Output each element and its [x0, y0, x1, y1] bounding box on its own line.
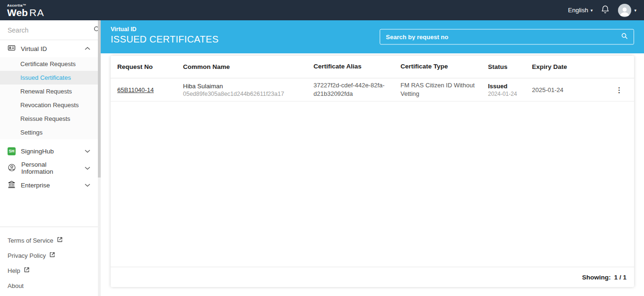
status-badge: Issued	[488, 83, 528, 90]
sidebar-item-reissue-requests[interactable]: Reissue Requests	[0, 112, 98, 126]
top-header: Ascertia™ WebRA English ▾ ▾	[0, 0, 644, 20]
terms-of-service-link[interactable]: Terms of Service	[0, 233, 98, 248]
chevron-up-icon	[85, 47, 90, 51]
col-header-certificate-alias: Certificate Alias	[313, 62, 400, 71]
sidebar-item-virtual-id[interactable]: Virtual ID	[0, 40, 98, 57]
brand-ascertia: Ascertia™	[7, 4, 44, 8]
signinghub-icon: SH	[8, 147, 16, 155]
sidebar-item-issued-certificates[interactable]: Issued Certificates	[0, 71, 98, 85]
sidebar-item-label: Enterprise	[21, 182, 50, 189]
notifications-button[interactable]	[600, 5, 610, 16]
help-link[interactable]: Help	[0, 263, 98, 278]
sidebar-scrollbar[interactable]	[98, 20, 101, 296]
col-header-expiry-date: Expiry Date	[532, 63, 603, 70]
status-date: 2024-01-24	[488, 91, 528, 97]
certificate-type: FM RAS Citizen ID Without Vetting	[400, 81, 488, 98]
request-search	[380, 29, 634, 45]
link-label: About	[8, 282, 24, 289]
row-actions-kebab-icon[interactable]: ⋮	[616, 86, 623, 93]
header-actions: English ▾ ▾	[568, 4, 636, 17]
external-link-icon	[57, 237, 63, 244]
sidebar-item-personal-information[interactable]: Personal Information	[0, 160, 98, 177]
bank-icon	[8, 180, 16, 190]
common-name: Hiba Sulaiman	[183, 83, 308, 90]
sidebar-item-label: Personal Information	[21, 161, 79, 175]
col-header-certificate-type: Certificate Type	[400, 62, 488, 71]
table-header: Request No Common Name Certificate Alias…	[111, 56, 634, 78]
sidebar-item-renewal-requests[interactable]: Renewal Requests	[0, 85, 98, 98]
certificate-alias: 37227f2d-cdef-442e-82fa-d21b32092fda	[313, 81, 400, 98]
avatar	[618, 4, 631, 17]
page-banner: Virtual ID ISSUED CERTIFICATES	[101, 20, 644, 53]
link-label: Terms of Service	[8, 237, 53, 244]
content-area: Request No Common Name Certificate Alias…	[101, 53, 644, 287]
sidebar-item-label: SigningHub	[21, 148, 54, 155]
bell-icon	[600, 5, 610, 16]
sidebar-item-enterprise[interactable]: Enterprise	[0, 177, 98, 194]
link-label: Privacy Policy	[8, 252, 46, 259]
sidebar-spacer	[0, 194, 101, 227]
external-link-icon	[49, 252, 55, 259]
user-menu[interactable]: ▾	[618, 4, 636, 17]
col-header-request-no: Request No	[117, 63, 183, 70]
request-search-input[interactable]	[386, 34, 621, 41]
table-empty-space	[111, 101, 634, 267]
external-link-icon	[24, 267, 30, 274]
language-selector[interactable]: English ▾	[568, 7, 592, 14]
about-link[interactable]: About	[0, 278, 98, 293]
user-silhouette-icon	[618, 5, 631, 17]
sidebar-item-settings[interactable]: Settings	[0, 126, 98, 139]
app-logo: Ascertia™ WebRA	[7, 3, 44, 18]
language-label: English	[568, 7, 588, 14]
privacy-policy-link[interactable]: Privacy Policy	[0, 248, 98, 263]
request-no-link[interactable]: 65B11040-14	[117, 86, 154, 93]
chevron-down-icon	[85, 149, 90, 153]
col-header-status: Status	[488, 63, 532, 70]
chevron-down-icon	[85, 166, 90, 170]
sidebar-item-certificate-requests[interactable]: Certificate Requests	[0, 57, 98, 71]
brand-webra: WebRA	[7, 7, 44, 18]
caret-down-icon: ▾	[634, 8, 636, 13]
table-footer: Showing: 1 / 1	[111, 267, 634, 287]
sidebar-item-revocation-requests[interactable]: Revocation Requests	[0, 98, 98, 112]
sidebar: Virtual ID Certificate Requests Issued C…	[0, 20, 101, 296]
showing-value: 1 / 1	[614, 274, 627, 281]
col-header-common-name: Common Name	[183, 63, 313, 70]
expiry-date: 2025-01-24	[532, 86, 603, 93]
person-circle-icon	[8, 163, 16, 173]
id-card-icon	[8, 44, 16, 53]
sidebar-item-signinghub[interactable]: SH SigningHub	[0, 143, 98, 160]
sidebar-footer: Terms of Service Privacy Policy Help Abo…	[0, 227, 98, 296]
main-content: Virtual ID ISSUED CERTIFICATES Request N…	[101, 20, 644, 296]
sidebar-search-input[interactable]	[8, 26, 93, 34]
search-icon[interactable]	[621, 33, 628, 42]
table-row: 65B11040-14 Hiba Sulaiman 05ed89fe305a8e…	[111, 78, 634, 101]
chevron-down-icon	[85, 183, 90, 187]
sidebar-search	[0, 20, 98, 40]
showing-label: Showing:	[582, 274, 611, 281]
link-label: Help	[8, 267, 20, 274]
caret-down-icon: ▾	[591, 8, 593, 13]
sidebar-item-label: Virtual ID	[21, 45, 47, 52]
certificates-card: Request No Common Name Certificate Alias…	[111, 56, 634, 287]
virtual-id-submenu: Certificate Requests Issued Certificates…	[0, 57, 98, 139]
common-name-id: 05ed89fe305a8ec1d244b62611f23a17	[183, 91, 308, 97]
